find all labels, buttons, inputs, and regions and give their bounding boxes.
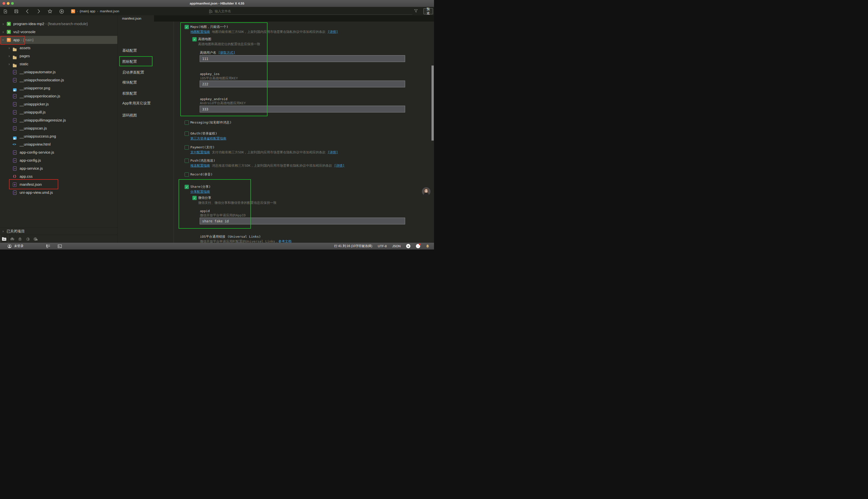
checkbox-oauth[interactable] (184, 132, 189, 136)
user-account-icon[interactable] (8, 244, 12, 248)
checkbox-amap[interactable] (192, 37, 197, 41)
terminal-icon[interactable] (58, 244, 62, 248)
tree-row-file[interactable]: __uniappview.html (0, 140, 117, 148)
language-mode-label[interactable]: JSON (392, 244, 401, 248)
tree-row-file[interactable]: app.css (0, 172, 117, 181)
checkbox-payment[interactable] (184, 145, 189, 150)
task-list-icon[interactable] (46, 244, 50, 248)
checkbox-share[interactable] (184, 185, 189, 189)
share-guide-link[interactable]: 分享配置指南 (190, 190, 210, 194)
file-name: app-config-service.js (20, 148, 54, 156)
maps-guide-link[interactable]: 地图配置指南 (190, 30, 210, 34)
breadcrumb-file[interactable]: manifest.json (100, 9, 119, 13)
manifest-config-nav: 基础配置 图标配置 启动界面配置 模块配置 权限配置 App常用其它设置 源码视… (118, 22, 174, 243)
tree-row-project[interactable]: › vu2-vconsole (0, 28, 117, 36)
nav-item-icon-config[interactable]: 图标配置 (122, 59, 137, 64)
oauth-guide-link[interactable]: 第三方登录鉴权配置指南 (190, 136, 226, 140)
tree-row-file[interactable]: __uniapppicker.js (0, 100, 117, 108)
tab-manifest-json[interactable]: manifest.json (118, 15, 154, 22)
appkey-android-input[interactable] (200, 106, 405, 112)
nav-item-module-config[interactable]: 模块配置 (122, 80, 137, 85)
share-appid-input[interactable] (200, 218, 405, 224)
nav-item-source-view[interactable]: 源码视图 (122, 112, 137, 118)
breadcrumb-separator: › (97, 9, 98, 13)
uniapp-project-icon (7, 22, 11, 26)
checkbox-wechat-share[interactable] (192, 196, 197, 200)
nav-item-permission-config[interactable]: 权限配置 (122, 90, 137, 96)
push-guide-link[interactable]: 推送配置指南 (190, 164, 210, 168)
navigate-forward-icon[interactable] (35, 8, 42, 14)
chevron-right-icon[interactable]: › (9, 52, 10, 60)
new-file-icon[interactable] (2, 8, 9, 14)
tree-row-folder[interactable]: › pages (0, 52, 117, 60)
tab-search-icon[interactable] (8, 235, 16, 243)
universal-links-label: iOS平台通用链接 (Universal Links) (200, 235, 261, 239)
feedback-icon[interactable]: u (406, 244, 410, 248)
payment-guide-link[interactable]: 支付配置指南 (190, 150, 210, 154)
module-label-payment: Payment(支付) (190, 145, 215, 149)
tree-row-file[interactable]: __uniappsuccess.png (0, 132, 117, 140)
preview-button[interactable]: 预览 (423, 8, 433, 14)
uniapp-project-icon (7, 30, 11, 34)
tab-files-icon[interactable] (0, 235, 8, 243)
file-name: __uniapperror.png (20, 84, 50, 92)
tab-debug-icon[interactable] (16, 235, 24, 243)
tree-row-file[interactable]: uni-app-view.umd.js (0, 188, 117, 196)
navigate-back-icon[interactable] (24, 8, 31, 14)
amap-user-label: 高德用户名 (200, 51, 216, 54)
image-file-icon (13, 136, 16, 139)
checkbox-messaging[interactable] (184, 121, 189, 125)
title-bar: app/manifest.json - HBuilder X 4.55 (0, 0, 434, 7)
chevron-down-icon[interactable]: › (0, 39, 7, 41)
tree-row-file[interactable]: __uniappquillimageresize.js (0, 116, 117, 124)
checkbox-push[interactable] (184, 159, 189, 163)
tree-row-folder[interactable]: › assets (0, 44, 117, 52)
bookmark-star-icon[interactable] (47, 8, 53, 14)
tree-row-file[interactable]: app-config.js (0, 156, 117, 165)
nav-item-basic-config[interactable]: 基础配置 (122, 48, 137, 53)
tree-row-file[interactable]: __uniappscan.js (0, 124, 117, 132)
filter-funnel-icon[interactable] (414, 9, 418, 13)
push-detail-link[interactable]: [详情] (334, 164, 345, 168)
tree-row-file[interactable]: __uniappopenlocation.js (0, 92, 117, 100)
vertical-scrollbar-thumb[interactable] (432, 65, 434, 141)
tree-row-file[interactable]: app-service.js (0, 165, 117, 172)
maps-detail-link[interactable]: [详情] (327, 30, 338, 34)
breadcrumb-project[interactable]: {main} app (80, 9, 95, 13)
file-search-field[interactable]: 输入文件名 (209, 8, 412, 14)
assistant-avatar[interactable] (421, 187, 431, 196)
amap-user-howto-link[interactable]: [获取方式] (218, 51, 235, 54)
chevron-right-icon[interactable]: › (9, 60, 10, 68)
login-status-label[interactable]: 未登录 (14, 244, 24, 248)
tree-row-file[interactable]: __uniappchooselocation.js (0, 76, 117, 84)
amap-username-input[interactable] (200, 55, 405, 62)
nav-item-splash-config[interactable]: 启动界面配置 (122, 70, 144, 75)
checkbox-maps[interactable] (184, 25, 189, 29)
tree-row-file-manifest[interactable]: manifest.json (0, 181, 117, 188)
payment-detail-link[interactable]: [详情] (327, 150, 338, 154)
nav-item-app-other-settings[interactable]: App常用其它设置 (122, 100, 151, 106)
chevron-right-icon[interactable]: › (2, 20, 4, 28)
chevron-right-icon[interactable]: › (2, 28, 4, 36)
tree-row-project[interactable]: › program-idea-mp2 - {feature/search-mod… (0, 20, 117, 28)
tree-row-file[interactable]: __uniappautomator.js (0, 68, 117, 76)
closed-projects-row[interactable]: › 已关闭项目 (0, 228, 117, 235)
appkey-ios-desc: iOS平台高德地图应用KEY (200, 76, 238, 81)
tree-row-file[interactable]: app-config-service.js (0, 148, 117, 156)
tree-row-project-selected[interactable]: › app - {main} (0, 36, 117, 44)
js-file-icon (13, 102, 16, 107)
tab-sync-icon[interactable] (24, 235, 32, 243)
tab-web-cloud-icon[interactable] (32, 235, 39, 243)
encoding-label[interactable]: UTF-8 (378, 244, 387, 248)
notification-bell-icon[interactable] (426, 244, 430, 248)
appkey-ios-input[interactable] (200, 81, 405, 87)
cursor-position-label[interactable]: 行:41 列:16 (10字符被选择) (334, 244, 372, 248)
tree-row-folder[interactable]: › static (0, 60, 117, 68)
tree-row-file[interactable]: __uniapperror.png (0, 84, 117, 92)
tree-row-file[interactable]: __uniappquill.js (0, 108, 117, 116)
run-icon[interactable] (58, 8, 65, 14)
chevron-right-icon[interactable]: › (9, 44, 10, 52)
update-download-icon[interactable]: ↓ (416, 244, 420, 248)
checkbox-record[interactable] (184, 172, 189, 177)
save-icon[interactable] (13, 8, 20, 14)
